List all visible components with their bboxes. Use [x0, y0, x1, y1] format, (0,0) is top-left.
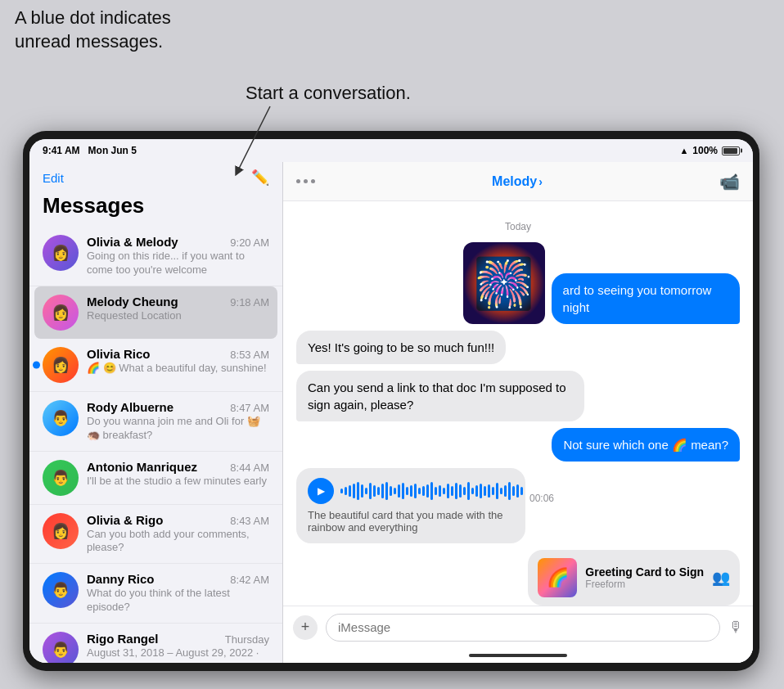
- conv-time-3: 8:53 AM: [230, 349, 269, 361]
- ipad-screen: 9:41 AM Mon Jun 5 ▲ 100% Edit ✏️ Message…: [29, 139, 753, 663]
- wifi-icon: ▲: [679, 146, 688, 155]
- message-input[interactable]: [326, 614, 720, 642]
- conv-name-3: Olivia Rico: [87, 347, 151, 361]
- edit-button[interactable]: Edit: [43, 171, 64, 185]
- messages-container: Todayard to seeing you tomorrow nightYes…: [283, 201, 753, 606]
- status-right: ▲ 100%: [679, 145, 740, 156]
- avatar-2: 👩: [43, 295, 79, 331]
- voice-bubble-m6[interactable]: ▶00:06The beautiful card that you made w…: [296, 468, 525, 543]
- home-bar: [469, 654, 567, 657]
- battery-icon: [722, 146, 740, 155]
- message-bubble-m5: Not sure which one 🌈 mean?: [552, 428, 740, 462]
- conv-preview-1: Going on this ride... if you want to com…: [87, 250, 269, 277]
- conversation-item-3[interactable]: 👩Olivia Rico8:53 AM🌈 😊 What a beautiful …: [29, 339, 282, 392]
- status-time: 9:41 AM: [43, 145, 80, 156]
- conv-time-5: 8:44 AM: [230, 462, 269, 474]
- conv-preview-3: 🌈 😊 What a beautiful day, sunshine!: [87, 362, 269, 376]
- message-bubble-m3: Yes! It's going to be so much fun!!!: [296, 331, 506, 364]
- card-title: Greeting Card to Sign: [585, 565, 704, 579]
- conv-time-2: 9:18 AM: [230, 296, 269, 308]
- conv-details-8: Rigo RangelThursdayAugust 31, 2018 – Aug…: [87, 632, 269, 663]
- card-collab-icon: 👥: [712, 569, 730, 587]
- conv-details-6: Olivia & Rigo8:43 AMCan you both add you…: [87, 513, 269, 556]
- svg-line-0: [237, 106, 270, 172]
- battery-fill: [723, 148, 737, 154]
- conv-preview-2: Requested Location: [87, 309, 269, 323]
- conv-name-4: Rody Albuerne: [87, 400, 173, 414]
- message-row-m3: Yes! It's going to be so much fun!!!: [296, 331, 740, 364]
- conv-details-4: Rody Albuerne8:47 AMDo you wanna join me…: [87, 400, 269, 443]
- conversation-item-6[interactable]: 👩Olivia & Rigo8:43 AMCan you both add yo…: [29, 505, 282, 565]
- sidebar: Edit ✏️ Messages 👩Olivia & Melody9:20 AM…: [29, 162, 283, 663]
- avatar-5: 👨: [43, 460, 79, 496]
- main-content: Edit ✏️ Messages 👩Olivia & Melody9:20 AM…: [29, 162, 753, 663]
- unread-dot-3: [33, 361, 40, 368]
- card-bubble-m7[interactable]: 🌈Greeting Card to SignFreeform👥: [528, 550, 740, 606]
- conv-preview-7: What do you think of the latest episode?: [87, 587, 269, 615]
- conv-name-2: Melody Cheung: [87, 295, 178, 308]
- status-left: 9:41 AM Mon Jun 5: [43, 145, 137, 156]
- conversation-item-2[interactable]: 👩Melody Cheung9:18 AMRequested Location: [34, 286, 277, 339]
- conv-details-7: Danny Rico8:42 AMWhat do you think of th…: [87, 572, 269, 615]
- conv-name-8: Rigo Rangel: [87, 632, 159, 646]
- voice-caption: The beautiful card that you made with th…: [308, 509, 514, 534]
- conv-details-3: Olivia Rico8:53 AM🌈 😊 What a beautiful d…: [87, 347, 269, 376]
- conv-preview-5: I'll be at the studio a few minutes earl…: [87, 475, 269, 489]
- contact-name[interactable]: Melody ›: [492, 174, 543, 189]
- add-attachment-button[interactable]: +: [293, 615, 318, 640]
- video-call-button[interactable]: 📹: [719, 172, 740, 191]
- input-bar: + 🎙: [283, 606, 753, 648]
- conv-time-6: 8:43 AM: [230, 515, 269, 527]
- conversation-item-7[interactable]: 👨Danny Rico8:42 AMWhat do you think of t…: [29, 564, 282, 624]
- conv-name-5: Antonio Manriquez: [87, 460, 197, 474]
- message-bubble-m2: ard to seeing you tomorrow night: [552, 273, 740, 324]
- conv-time-7: 8:42 AM: [230, 574, 269, 586]
- conversation-item-4[interactable]: 👨Rody Albuerne8:47 AMDo you wanna join m…: [29, 392, 282, 452]
- conv-preview-4: Do you wanna join me and Oli for 🧺 🦔 bre…: [87, 415, 269, 443]
- ipad-frame: 9:41 AM Mon Jun 5 ▲ 100% Edit ✏️ Message…: [23, 131, 759, 671]
- annotation-blue-dot: A blue dot indicates unread messages.: [15, 7, 171, 53]
- conv-name-7: Danny Rico: [87, 572, 155, 586]
- conversation-list: 👩Olivia & Melody9:20 AMGoing on this rid…: [29, 227, 282, 663]
- conv-time-4: 8:47 AM: [230, 402, 269, 414]
- conversation-item-5[interactable]: 👨Antonio Manriquez8:44 AMI'll be at the …: [29, 452, 282, 505]
- conversation-item-8[interactable]: 👨Rigo RangelThursdayAugust 31, 2018 – Au…: [29, 624, 282, 663]
- message-row-m7: 🌈Greeting Card to SignFreeform👥: [296, 550, 740, 606]
- battery-percent: 100%: [692, 145, 718, 156]
- message-row-m5: Not sure which one 🌈 mean?: [296, 428, 740, 462]
- avatar-8: 👨: [43, 632, 79, 663]
- conv-details-2: Melody Cheung9:18 AMRequested Location: [87, 295, 269, 323]
- message-row-m6: ▶00:06The beautiful card that you made w…: [296, 468, 740, 543]
- avatar-4: 👨: [43, 400, 79, 436]
- image-bubble-m2[interactable]: [463, 242, 545, 324]
- avatar-7: 👨: [43, 572, 79, 608]
- conv-preview-6: Can you both add your comments, please?: [87, 528, 269, 556]
- message-row-m2: ard to seeing you tomorrow night: [296, 242, 740, 324]
- conversation-item-1[interactable]: 👩Olivia & Melody9:20 AMGoing on this rid…: [29, 227, 282, 286]
- status-bar: 9:41 AM Mon Jun 5 ▲ 100%: [29, 139, 753, 162]
- conv-details-1: Olivia & Melody9:20 AMGoing on this ride…: [87, 235, 269, 277]
- conv-name-6: Olivia & Rigo: [87, 513, 163, 527]
- conv-time-8: Thursday: [225, 633, 269, 646]
- conv-details-5: Antonio Manriquez8:44 AMI'll be at the s…: [87, 460, 269, 489]
- message-bubble-m4: Can you send a link to that doc I'm supp…: [296, 371, 584, 421]
- contact-chevron: ›: [538, 175, 543, 188]
- card-subtitle: Freeform: [585, 579, 704, 590]
- voice-duration: 00:06: [529, 493, 554, 504]
- avatar-6: 👩: [43, 513, 79, 549]
- status-date: Mon Jun 5: [88, 145, 137, 156]
- chat-area: Melody › 📹 Todayard to seeing you tomorr…: [283, 162, 753, 663]
- conv-preview-8: August 31, 2018 – August 29, 2022 · 104 …: [87, 646, 269, 663]
- play-button[interactable]: ▶: [308, 478, 334, 504]
- avatar-1: 👩: [43, 235, 79, 271]
- home-indicator: [283, 648, 753, 663]
- message-row-m4: Can you send a link to that doc I'm supp…: [296, 371, 740, 421]
- avatar-3: 👩: [43, 347, 79, 383]
- mic-button[interactable]: 🎙: [728, 619, 743, 636]
- conv-name-1: Olivia & Melody: [87, 235, 178, 249]
- card-thumbnail: 🌈: [538, 558, 577, 597]
- conv-time-1: 9:20 AM: [230, 236, 269, 249]
